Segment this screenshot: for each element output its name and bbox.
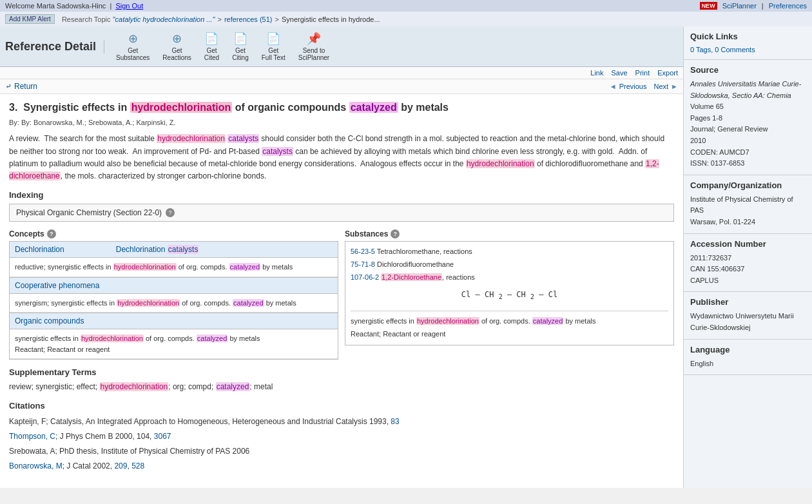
- concepts-info-icon[interactable]: ?: [47, 229, 56, 238]
- fulltext-label: GetFull Text: [262, 47, 285, 61]
- cited-label: GetCited: [204, 47, 219, 61]
- citing-icon: 📄: [233, 32, 247, 46]
- substance-2: 75-71-8 Dichlorodifluoromethane: [351, 258, 668, 271]
- concept-body-dechlorination: reductive; synergistic effects in hydrod…: [10, 258, 338, 277]
- link-action[interactable]: Link: [590, 69, 603, 77]
- new-badge: NEW: [700, 2, 717, 10]
- abstract-cat1: catalysts: [227, 134, 259, 143]
- get-cited-button[interactable]: 📄 GetCited: [198, 29, 226, 64]
- action-bar: Link Save Print Export: [0, 67, 683, 79]
- concept-header-organic: Organic compounds: [10, 313, 338, 329]
- page-title: Reference Detail: [5, 40, 104, 53]
- chem-diagram: Cl — CH 2 — CH 2 — Cl: [351, 284, 668, 307]
- concept-body-cooperative: synergism; synergistic effects in hydrod…: [10, 294, 338, 313]
- organic-compounds-link[interactable]: Organic compounds: [15, 316, 84, 325]
- dechlorination-link[interactable]: Dechlorination: [15, 245, 64, 254]
- current-page: Synergistic effects in hydrode...: [282, 15, 380, 23]
- sciplanner-icon: 📌: [307, 32, 321, 46]
- concepts-column: Concepts ? Dechlorination Dechlorination…: [9, 229, 338, 360]
- reactions-icon: ⊕: [172, 32, 182, 46]
- substances-column: Substances ? 56-23-5 Tetrachloromethane,…: [345, 229, 674, 360]
- sidebar-source: Source Annales Universitatis Mariae Curi…: [684, 60, 812, 175]
- article-authors: By: By: Bonarowska, M.; Srebowata, A.; K…: [9, 119, 674, 126]
- citation-1: Kapteijn, F; Catalysis, An Integrated Ap…: [9, 414, 674, 429]
- return-link[interactable]: ⤶ Return: [5, 82, 37, 91]
- substances-box: 56-23-5 Tetrachloromethane, reactions 75…: [345, 241, 674, 345]
- concept-header-cooperative: Cooperative phenomena: [10, 277, 338, 294]
- sidebar-language: Language English: [684, 340, 812, 376]
- research-topic-link[interactable]: Research Topic "catalytic hydrodechlorin…: [62, 15, 215, 23]
- nav-bar: ⤶ Return ◄ Previous Next ►: [0, 79, 683, 94]
- two-col: Concepts ? Dechlorination Dechlorination…: [9, 229, 674, 360]
- toolbar: Reference Detail ⊕ GetSubstances ⊕ GetRe…: [0, 26, 683, 67]
- citation-4-link[interactable]: Bonarowska, M: [9, 461, 63, 470]
- sidebar-accession: Accession Number 2011:732637 CAN 155:406…: [684, 234, 812, 293]
- quick-links-text-link[interactable]: 0 Tags, 0 Comments: [690, 46, 755, 53]
- substances-heading: Substances ?: [345, 229, 674, 238]
- top-bar: Welcome Marta Sadowska-Hinc | Sign Out N…: [0, 0, 812, 12]
- supplementary-section: Supplementary Terms review; synergistic;…: [9, 367, 674, 393]
- save-action[interactable]: Save: [612, 69, 628, 77]
- indexing-info-icon[interactable]: ?: [166, 208, 175, 217]
- sub3-link[interactable]: 107-06-2: [351, 273, 379, 281]
- citations-list: Kapteijn, F; Catalysis, An Integrated Ap…: [9, 414, 674, 473]
- nav-triangle: ◄: [610, 82, 617, 90]
- abstract-hyd2: hydrodechlorination: [466, 159, 535, 168]
- add-kmp-btn[interactable]: Add KMP Alert: [5, 14, 55, 24]
- citations-section: Citations Kapteijn, F; Catalysis, An Int…: [9, 401, 674, 473]
- concepts-section: Dechlorination Dechlorination catalysts …: [9, 241, 338, 360]
- sidebar-quick-links: Quick Links 0 Tags, 0 Comments: [684, 26, 812, 60]
- substance-1: 56-23-5 Tetrachloromethane, reactions: [351, 246, 668, 258]
- dechlorination-catalysts-link[interactable]: Dechlorination catalysts: [116, 245, 199, 254]
- fulltext-icon: 📄: [266, 32, 280, 46]
- abstract-hyd1: hydrodechlorination: [157, 134, 226, 143]
- citing-label: GetCiting: [232, 47, 249, 61]
- sub-divider: [351, 311, 668, 311]
- get-substances-button[interactable]: ⊕ GetSubstances: [110, 29, 156, 64]
- article-title: 3. Synergistic effects in hydrodechlorin…: [9, 101, 674, 115]
- references-link[interactable]: references (51): [224, 15, 273, 23]
- get-reactions-button[interactable]: ⊕ GetReactions: [156, 29, 197, 64]
- citation-2-link[interactable]: Thompson, C: [9, 432, 55, 441]
- abstract-cat2: catalysts: [262, 147, 293, 156]
- send-sciplanner-button[interactable]: 📌 Send toSciPlanner: [292, 29, 336, 64]
- reactions-label: GetReactions: [162, 47, 191, 61]
- article: 3. Synergistic effects in hydrodechlorin…: [0, 94, 683, 488]
- prev-next: ◄ Previous Next ►: [610, 82, 678, 90]
- substance-5: Reactant; Reactant or reagent: [351, 328, 668, 341]
- substance-3: 107-06-2 1,2-Dichloroethane, reactions: [351, 271, 668, 284]
- sidebar: Quick Links 0 Tags, 0 Comments Source An…: [683, 26, 812, 488]
- substances-info-icon[interactable]: ?: [391, 229, 400, 238]
- sub1-link[interactable]: 56-23-5: [351, 247, 375, 255]
- concept-header-dechlorination: Dechlorination Dechlorination catalysts: [10, 242, 338, 258]
- substance-4: synergistic effects in hydrodechlorinati…: [351, 315, 668, 328]
- indexing-box: Physical Organic Chemistry (Section 22-0…: [9, 204, 674, 222]
- nav-triangle-right: ►: [671, 82, 678, 90]
- citations-heading: Citations: [9, 401, 674, 411]
- concept-body-organic: synergistic effects in hydrodechlorinati…: [10, 329, 338, 359]
- indexing-heading: Indexing: [9, 190, 674, 200]
- content-area: Reference Detail ⊕ GetSubstances ⊕ GetRe…: [0, 26, 683, 488]
- breadcrumb: Add KMP Alert Research Topic "catalytic …: [0, 12, 812, 26]
- get-fulltext-button[interactable]: 📄 GetFull Text: [255, 29, 292, 64]
- sign-out-link[interactable]: Sign Out: [115, 2, 143, 10]
- previous-link[interactable]: Previous: [619, 82, 647, 90]
- sub2-link[interactable]: 75-71-8: [351, 260, 375, 268]
- next-link[interactable]: Next: [653, 82, 668, 90]
- title-hydrodechlorination: hydrodechlorination: [130, 102, 233, 113]
- print-action[interactable]: Print: [635, 69, 650, 77]
- cited-icon: 📄: [204, 32, 218, 46]
- cooperative-phenomena-link[interactable]: Cooperative phenomena: [15, 281, 99, 290]
- citation-4: Bonarowska, M; J Catal 2002, 209, 528: [9, 459, 674, 474]
- supp-text: review; synergistic; effect; hydrodechlo…: [9, 381, 674, 393]
- main-layout: Reference Detail ⊕ GetSubstances ⊕ GetRe…: [0, 26, 812, 488]
- welcome-text: Welcome Marta Sadowska-Hinc | Sign Out: [5, 2, 143, 10]
- export-action[interactable]: Export: [657, 69, 678, 77]
- supp-heading: Supplementary Terms: [9, 367, 674, 377]
- preferences-link[interactable]: Preferences: [769, 2, 807, 10]
- sciplanner-link[interactable]: SciPlanner: [722, 2, 757, 10]
- return-arrow: ⤶: [5, 82, 12, 91]
- substances-label: GetSubstances: [116, 47, 150, 61]
- title-catalyzed: catalyzed: [349, 102, 398, 113]
- get-citing-button[interactable]: 📄 GetCiting: [226, 29, 255, 64]
